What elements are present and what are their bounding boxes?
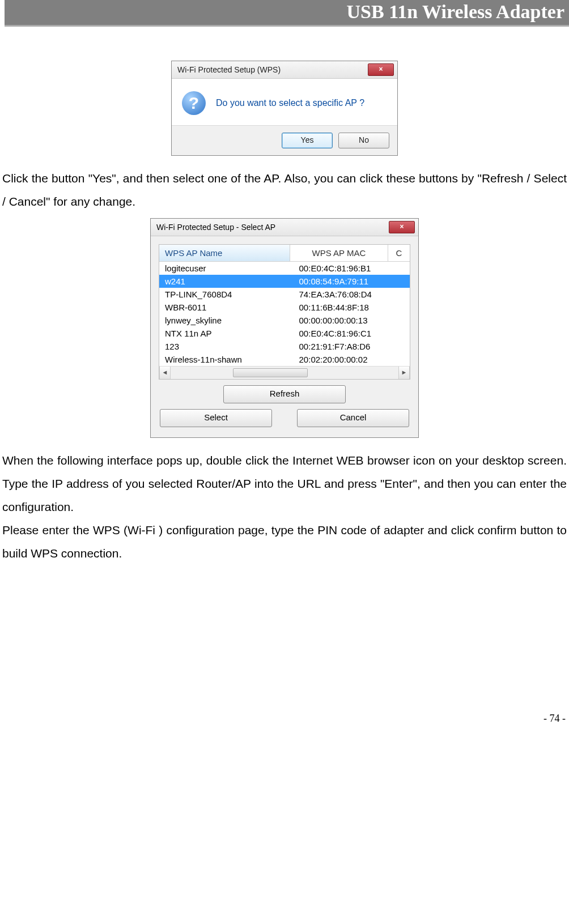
ap-mac-cell: 00:E0:4C:81:96:B1 [299,263,410,273]
wps-confirm-title: Wi-Fi Protected Setup (WPS) [177,65,281,74]
wps-confirm-message: Do you want to select a specific AP ? [216,98,364,108]
select-button[interactable]: Select [160,409,272,427]
ap-mac-cell: 74:EA:3A:76:08:D4 [299,289,410,299]
refresh-button[interactable]: Refresh [223,385,346,403]
wps-select-ap-title: Wi-Fi Protected Setup - Select AP [156,223,275,232]
ap-mac-cell: 00:08:54:9A:79:11 [299,276,410,286]
ap-name-cell: NTX 11n AP [159,329,299,338]
table-row[interactable]: 12300:21:91:F7:A8:D6 [159,340,410,353]
ap-name-cell: TP-LINK_7608D4 [159,289,299,299]
table-row[interactable]: logitecuser00:E0:4C:81:96:B1 [159,262,410,275]
ap-name-cell: Wireless-11n-shawn [159,355,299,364]
table-row[interactable]: lynwey_skyline00:00:00:00:00:13 [159,314,410,327]
ap-name-cell: w241 [159,276,299,286]
paragraph-2: When the following interface pops up, do… [0,449,569,519]
ap-mac-cell: 20:02:20:00:00:02 [299,355,410,364]
cancel-button[interactable]: Cancel [297,409,409,427]
ap-table: WPS AP Name WPS AP MAC C logitecuser00:E… [159,244,410,380]
ap-name-cell: 123 [159,342,299,351]
ap-name-cell: logitecuser [159,263,299,273]
close-icon[interactable]: × [389,221,415,233]
page-number: - 74 - [0,713,569,725]
wps-select-ap-titlebar[interactable]: Wi-Fi Protected Setup - Select AP × [151,219,418,236]
no-button[interactable]: No [338,133,389,148]
col-header-name[interactable]: WPS AP Name [159,245,290,261]
scroll-left-icon[interactable]: ◄ [159,367,171,379]
table-row[interactable]: WBR-601100:11:6B:44:8F:18 [159,301,410,314]
wps-confirm-dialog: Wi-Fi Protected Setup (WPS) × ? Do you w… [171,61,398,156]
wps-confirm-titlebar[interactable]: Wi-Fi Protected Setup (WPS) × [172,61,397,79]
ap-mac-cell: 00:00:00:00:00:13 [299,316,410,325]
paragraph-3: Please enter the WPS (Wi-Fi ) configurat… [0,519,569,565]
scroll-right-icon[interactable]: ► [398,367,410,379]
close-icon[interactable]: × [368,63,394,76]
table-row[interactable]: Wireless-11n-shawn20:02:20:00:00:02 [159,353,410,366]
yes-button[interactable]: Yes [282,133,333,148]
scroll-thumb[interactable] [233,368,308,377]
col-header-mac[interactable]: WPS AP MAC [290,245,388,261]
table-row[interactable]: NTX 11n AP00:E0:4C:81:96:C1 [159,327,410,340]
horizontal-scrollbar[interactable]: ◄ ► [159,366,410,379]
ap-name-cell: WBR-6011 [159,303,299,312]
table-row[interactable]: w24100:08:54:9A:79:11 [159,275,410,288]
ap-table-header: WPS AP Name WPS AP MAC C [159,245,410,262]
col-header-extra[interactable]: C [388,245,410,261]
doc-header-title: USB 11n Wireless Adapter [5,0,569,27]
table-row[interactable]: TP-LINK_7608D474:EA:3A:76:08:D4 [159,288,410,301]
question-icon: ? [182,91,206,115]
ap-mac-cell: 00:21:91:F7:A8:D6 [299,342,410,351]
ap-mac-cell: 00:E0:4C:81:96:C1 [299,329,410,338]
ap-mac-cell: 00:11:6B:44:8F:18 [299,303,410,312]
paragraph-1: Click the button "Yes", and then select … [0,167,569,214]
wps-select-ap-dialog: Wi-Fi Protected Setup - Select AP × WPS … [150,218,419,438]
ap-name-cell: lynwey_skyline [159,316,299,325]
